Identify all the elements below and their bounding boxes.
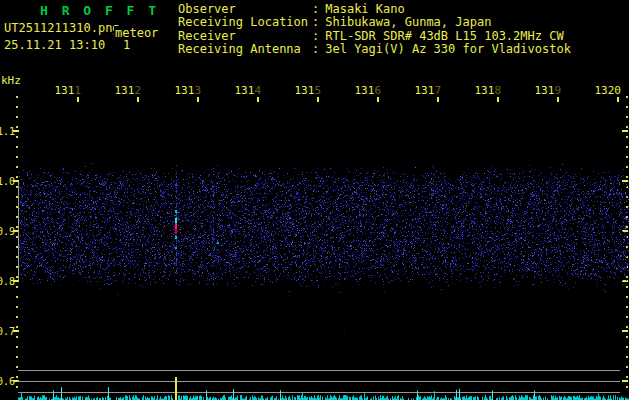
station-info-block: Observer:Masaki Kano Receiving Location:… xyxy=(178,3,571,57)
time-tick-label: 1317 xyxy=(411,84,441,97)
info-label: Observer xyxy=(178,3,312,16)
time-tick-mark xyxy=(257,97,259,102)
level-scale-line xyxy=(18,381,620,382)
time-tick-mark xyxy=(317,97,319,102)
output-filename: UT2511211310.png xyxy=(4,21,120,35)
signal-level-canvas xyxy=(18,384,629,400)
freq-major-tick xyxy=(622,380,628,382)
level-scale-line xyxy=(18,370,620,371)
time-tick-mark xyxy=(377,97,379,102)
time-tick-label: 1319 xyxy=(531,84,561,97)
spectrogram-canvas xyxy=(18,105,629,360)
time-tick-mark xyxy=(437,97,439,102)
band-edge-line xyxy=(18,181,19,281)
time-tick-mark xyxy=(617,97,619,102)
time-tick-label: 1318 xyxy=(471,84,501,97)
info-separator: : xyxy=(312,43,319,56)
time-tick-label: 1314 xyxy=(231,84,261,97)
info-row-receiver: Receiver:RTL-SDR SDR# 43dB L15 103.2MHz … xyxy=(178,30,571,43)
meteor-event-spike xyxy=(175,377,177,400)
time-tick-label: 1315 xyxy=(291,84,321,97)
time-tick-label: 1316 xyxy=(351,84,381,97)
info-value: 3el Yagi(V) Az 330 for Vladivostok xyxy=(325,42,571,56)
info-separator: : xyxy=(312,3,319,16)
info-separator: : xyxy=(312,30,319,43)
info-value: Shibukawa, Gunma, Japan xyxy=(325,15,491,29)
info-separator: : xyxy=(312,16,319,29)
time-tick-mark xyxy=(77,97,79,102)
time-tick-mark xyxy=(557,97,559,102)
y-axis-unit-label: kHz xyxy=(1,74,21,87)
app-title: H R O F F T xyxy=(40,3,159,18)
info-row-observer: Observer:Masaki Kano xyxy=(178,3,571,16)
echo-count: 1 xyxy=(123,38,130,52)
observation-datetime: 25.11.21 13:10 xyxy=(4,38,105,52)
time-tick-mark xyxy=(137,97,139,102)
time-tick-mark xyxy=(197,97,199,102)
time-tick-label: 1311 xyxy=(51,84,81,97)
info-row-location: Receiving Location:Shibukawa, Gunma, Jap… xyxy=(178,16,571,29)
info-value: Masaki Kano xyxy=(325,2,404,16)
info-value: RTL-SDR SDR# 43dB L15 103.2MHz CW xyxy=(325,29,563,43)
info-row-antenna: Receiving Antenna:3el Yagi(V) Az 330 for… xyxy=(178,43,571,56)
info-label: Receiver xyxy=(178,30,312,43)
time-tick-mark xyxy=(497,97,499,102)
time-tick-label: 1312 xyxy=(111,84,141,97)
observation-note: meteor xyxy=(114,26,158,40)
time-tick-label: 1313 xyxy=(171,84,201,97)
hrofft-screen: H R O F F T UT2511211310.png meteor 25.1… xyxy=(0,0,629,400)
time-tick-label: 1320 xyxy=(591,84,621,97)
info-label: Receiving Location xyxy=(178,16,312,29)
info-label: Receiving Antenna xyxy=(178,43,312,56)
